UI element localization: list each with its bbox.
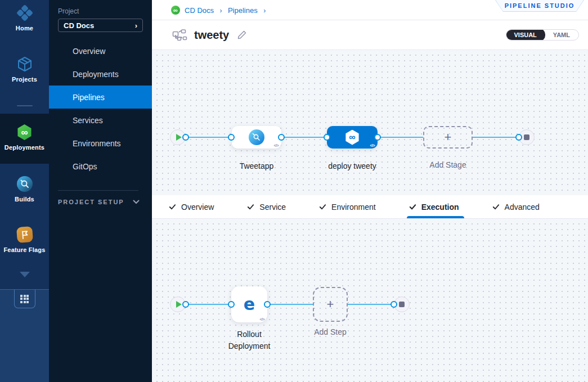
sidebar-item-overview[interactable]: Overview bbox=[49, 39, 152, 62]
sidebar-item-label: Environments bbox=[73, 139, 121, 148]
stop-icon bbox=[399, 302, 405, 307]
sidebar-item-services[interactable]: Services bbox=[49, 109, 152, 132]
connector-port[interactable] bbox=[182, 134, 189, 141]
stage-canvas[interactable]: </> ∞ </> + Tweetapp deploy tweety Add S… bbox=[152, 50, 588, 195]
infinity-glyph: ∞ bbox=[349, 133, 355, 142]
execution-canvas[interactable]: e </> + Rollout Deployment Add Step bbox=[152, 219, 588, 382]
infinity-glyph: ∞ bbox=[173, 7, 178, 14]
connector-port[interactable] bbox=[278, 134, 285, 141]
stage-config-tabs: Overview Service Environment Execution A… bbox=[152, 195, 588, 219]
connector-port[interactable] bbox=[390, 301, 397, 308]
check-icon bbox=[168, 203, 177, 211]
stop-icon bbox=[524, 134, 529, 140]
sidebar-item-label: Overview bbox=[73, 47, 105, 56]
play-icon bbox=[176, 301, 182, 308]
module-rail: Home Projects ∞ Deployments Builds bbox=[0, 0, 49, 382]
tab-execution[interactable]: Execution bbox=[409, 195, 459, 218]
connector-port[interactable] bbox=[515, 134, 522, 141]
project-setup-label: PROJECT SETUP bbox=[58, 199, 124, 205]
rail-item-deployments[interactable]: ∞ Deployments bbox=[0, 114, 49, 164]
code-badge: </> bbox=[259, 317, 264, 321]
connector-port[interactable] bbox=[182, 301, 189, 308]
sidebar-item-label: Deployments bbox=[73, 70, 119, 79]
stage-label: Tweetapp bbox=[217, 161, 296, 170]
project-setup-toggle[interactable]: PROJECT SETUP bbox=[49, 199, 152, 205]
rail-bottom-panel bbox=[0, 289, 49, 382]
tab-advanced[interactable]: Advanced bbox=[492, 195, 540, 218]
check-icon bbox=[318, 203, 327, 211]
edge-connector bbox=[186, 304, 232, 305]
stage-node-tweetapp[interactable]: </> bbox=[232, 126, 281, 149]
connector-port[interactable] bbox=[374, 134, 381, 141]
rail-label: Builds bbox=[15, 196, 34, 203]
stage-node-deploy-tweety[interactable]: ∞ </> bbox=[327, 126, 378, 149]
sidebar-item-deployments[interactable]: Deployments bbox=[49, 62, 152, 86]
breadcrumb-link-project[interactable]: CD Docs bbox=[185, 6, 214, 15]
project-selector[interactable]: CD Docs › bbox=[58, 19, 143, 32]
visual-yaml-toggle[interactable]: VISUAL YAML bbox=[506, 29, 580, 41]
pipeline-icon bbox=[172, 29, 187, 41]
app-window: Home Projects ∞ Deployments Builds bbox=[0, 0, 588, 382]
step-node-rollout-deployment[interactable]: e </> bbox=[231, 286, 267, 322]
rail-divider bbox=[17, 105, 33, 106]
rollout-deployment-icon: e bbox=[244, 296, 255, 313]
tab-environment[interactable]: Environment bbox=[318, 195, 376, 218]
sidebar-divider bbox=[58, 190, 138, 191]
check-icon bbox=[246, 203, 255, 211]
rail-item-home[interactable]: Home bbox=[0, 0, 49, 32]
infinity-glyph: ∞ bbox=[21, 128, 28, 137]
tab-label: Advanced bbox=[505, 203, 540, 212]
breadcrumb-links: CD Docs › Pipelines › bbox=[185, 5, 269, 15]
rail-label: Feature Flags bbox=[3, 246, 45, 253]
edit-pencil-icon[interactable] bbox=[237, 30, 247, 40]
main-content: PIPELINE STUDIO ∞ CD Docs › Pipelines › … bbox=[152, 0, 588, 382]
edge-connector bbox=[378, 137, 423, 138]
add-stage-label: Add Stage bbox=[409, 160, 487, 169]
connector-port[interactable] bbox=[228, 134, 235, 141]
rail-more-chevron-icon[interactable] bbox=[20, 272, 30, 277]
rail-item-feature-flags[interactable]: Feature Flags bbox=[0, 227, 49, 253]
pipeline-studio-badge: PIPELINE STUDIO bbox=[495, 0, 584, 12]
yaml-toggle-option[interactable]: YAML bbox=[545, 29, 578, 41]
module-switcher-button[interactable] bbox=[14, 290, 35, 308]
plus-icon: + bbox=[327, 297, 334, 312]
builds-icon bbox=[17, 176, 33, 192]
deploy-stage-icon bbox=[249, 129, 264, 145]
sidebar-item-gitops[interactable]: GitOps bbox=[49, 155, 152, 178]
code-badge: </> bbox=[273, 143, 279, 147]
connector-port[interactable] bbox=[324, 134, 330, 141]
sidebar-item-label: Services bbox=[73, 116, 103, 125]
sidebar-item-pipelines[interactable]: Pipelines bbox=[49, 86, 152, 109]
tab-overview[interactable]: Overview bbox=[168, 195, 214, 218]
cd-stage-icon: ∞ bbox=[345, 130, 360, 145]
add-step-label: Add Step bbox=[291, 327, 370, 336]
edge-connector bbox=[281, 137, 327, 138]
tab-label: Service bbox=[259, 203, 286, 212]
tab-label: Execution bbox=[421, 203, 459, 212]
plus-icon: + bbox=[445, 130, 452, 145]
sidebar-nav: Overview Deployments Pipelines Services … bbox=[49, 39, 152, 178]
sidebar-item-label: GitOps bbox=[73, 162, 97, 171]
rail-item-builds[interactable]: Builds bbox=[0, 176, 49, 203]
chevron-right-icon: › bbox=[135, 21, 137, 30]
check-icon bbox=[409, 203, 417, 211]
edge-connector bbox=[186, 137, 232, 138]
project-sidebar: Project CD Docs › Overview Deployments P… bbox=[49, 0, 152, 382]
connector-port[interactable] bbox=[264, 301, 271, 308]
sidebar-item-environments[interactable]: Environments bbox=[49, 132, 152, 155]
tab-label: Overview bbox=[181, 203, 214, 212]
breadcrumb-separator: › bbox=[219, 7, 222, 15]
add-step-button[interactable]: + bbox=[313, 287, 348, 322]
grid-icon bbox=[20, 295, 29, 303]
rail-item-projects[interactable]: Projects bbox=[0, 56, 49, 83]
breadcrumb-link-pipelines[interactable]: Pipelines bbox=[228, 6, 258, 15]
tab-service[interactable]: Service bbox=[246, 195, 286, 218]
project-selector-value: CD Docs bbox=[64, 21, 94, 30]
home-icon bbox=[17, 5, 33, 21]
pipeline-name: tweety bbox=[194, 29, 229, 42]
connector-port[interactable] bbox=[228, 301, 235, 308]
rail-label: Projects bbox=[12, 76, 37, 83]
visual-toggle-option[interactable]: VISUAL bbox=[506, 29, 545, 41]
add-stage-button[interactable]: + bbox=[423, 126, 473, 149]
pipeline-title-bar: tweety VISUAL YAML bbox=[152, 20, 588, 50]
